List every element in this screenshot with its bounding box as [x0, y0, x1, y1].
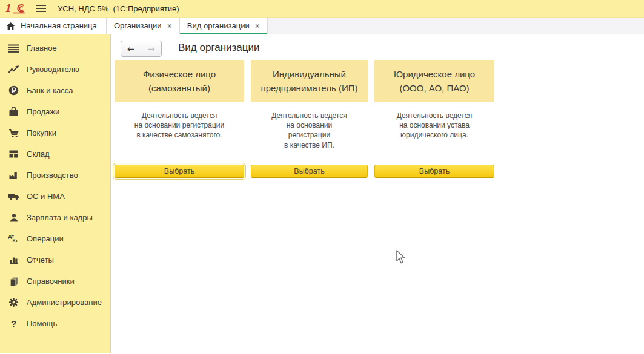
card-description: Деятельность ведется на основании регист…	[115, 102, 244, 165]
card-header: Юридическое лицо (ООО, АО, ПАО)	[374, 60, 494, 102]
sidebar-item-prodazhi[interactable]: Продажи	[0, 101, 110, 122]
sidebar-item-label: Склад	[27, 149, 50, 159]
shopping-bag-icon	[7, 107, 20, 117]
sidebar-item-pokupki[interactable]: Покупки	[0, 122, 110, 143]
main-content: ← → Вид организации Физическое лицо (сам…	[111, 34, 644, 353]
sidebar-item-label: Отчеты	[27, 255, 54, 264]
card-description: Деятельность ведется на основании регист…	[251, 102, 368, 165]
sidebar: Главное Руководителю Банк и касса	[0, 34, 111, 353]
forward-button[interactable]: →	[141, 41, 161, 56]
select-button-legal-entity[interactable]: Выбрать	[374, 165, 494, 178]
sidebar-item-label: ОС и НМА	[27, 192, 65, 201]
card-entrepreneur-ip: Индивидуальный предприниматель (ИП) Деят…	[251, 60, 368, 178]
close-icon[interactable]: ×	[167, 22, 172, 30]
sidebar-item-operacii[interactable]: Дт Кт Операции	[0, 228, 110, 249]
sidebar-item-label: Операции	[27, 234, 64, 243]
sidebar-item-administrirovanie[interactable]: Администрирование	[0, 292, 110, 313]
select-button-self-employed[interactable]: Выбрать	[115, 165, 244, 178]
card-header: Индивидуальный предприниматель (ИП)	[251, 60, 368, 102]
sidebar-item-label: Главное	[27, 44, 57, 53]
debit-credit-icon: Дт Кт	[7, 234, 20, 244]
card-description: Деятельность ведется на основании устава…	[374, 102, 494, 165]
sidebar-item-otchety[interactable]: Отчеты	[0, 249, 110, 270]
sidebar-item-label: Производство	[27, 171, 78, 180]
sidebar-item-sklad[interactable]: Склад	[0, 143, 110, 165]
shopping-cart-icon	[7, 128, 20, 138]
organization-type-cards: Физическое лицо (самозанятый) Деятельнос…	[115, 60, 494, 178]
trend-chart-icon	[7, 65, 20, 74]
sidebar-item-label: Покупки	[27, 128, 56, 137]
ruble-coin-icon	[7, 85, 20, 96]
sidebar-item-os-nma[interactable]: ОС и НМА	[0, 186, 110, 207]
truck-icon	[7, 192, 20, 201]
close-icon[interactable]: ×	[255, 22, 260, 30]
tab-label: Начальная страница	[21, 21, 97, 30]
card-individual-self-employed: Физическое лицо (самозанятый) Деятельнос…	[115, 60, 244, 178]
sidebar-item-label: Помощь	[27, 319, 57, 328]
back-button[interactable]: ←	[121, 41, 141, 56]
person-icon	[7, 213, 20, 223]
page-title: Вид организации	[178, 42, 260, 54]
sidebar-item-proizvodstvo[interactable]: Производство	[0, 165, 110, 186]
1c-logo-icon: 1	[5, 2, 27, 15]
window-titlebar: 1 УСН, НДС 5% (1С:Предприятие)	[0, 0, 644, 18]
main-menu-icon[interactable]	[36, 5, 46, 12]
menu-icon	[7, 44, 20, 53]
sidebar-item-label: Банк и касса	[27, 86, 73, 95]
sidebar-item-label: Продажи	[27, 107, 59, 116]
sidebar-item-glavnoe[interactable]: Главное	[0, 38, 110, 59]
window-title: УСН, НДС 5% (1С:Предприятие)	[58, 4, 179, 13]
tab-bar: Начальная страница Организации × Вид орг…	[0, 18, 644, 34]
sidebar-item-label: Руководителю	[27, 65, 79, 74]
tab-label: Вид организации	[187, 21, 250, 30]
sidebar-item-label: Зарплата и кадры	[27, 213, 93, 222]
sidebar-item-label: Справочники	[27, 277, 75, 286]
sidebar-item-spravochniki[interactable]: Справочники	[0, 270, 110, 292]
sidebar-item-rukovoditelyu[interactable]: Руководителю	[0, 59, 110, 80]
home-icon	[6, 22, 15, 30]
bar-chart-icon	[7, 255, 20, 264]
tab-label: Организации	[114, 21, 162, 30]
svg-text:1: 1	[5, 2, 12, 15]
card-header: Физическое лицо (самозанятый)	[115, 60, 244, 102]
sidebar-item-label: Администрирование	[27, 298, 102, 307]
factory-icon	[7, 171, 20, 180]
sidebar-item-bank-kassa[interactable]: Банк и касса	[0, 80, 110, 101]
history-nav: ← →	[121, 41, 162, 57]
sidebar-item-pomosch[interactable]: ? Помощь	[0, 313, 110, 334]
books-icon	[7, 277, 20, 286]
tab-home[interactable]: Начальная страница	[0, 18, 107, 34]
gear-icon	[7, 297, 20, 307]
warehouse-icon	[7, 149, 20, 159]
card-legal-entity: Юридическое лицо (ООО, АО, ПАО) Деятельн…	[374, 60, 494, 178]
select-button-ip[interactable]: Выбрать	[251, 165, 368, 178]
sidebar-item-zarplata-kadry[interactable]: Зарплата и кадры	[0, 207, 110, 228]
tab-organizations[interactable]: Организации ×	[107, 18, 180, 34]
question-icon: ?	[7, 318, 20, 329]
tab-organization-type[interactable]: Вид организации ×	[180, 18, 268, 34]
